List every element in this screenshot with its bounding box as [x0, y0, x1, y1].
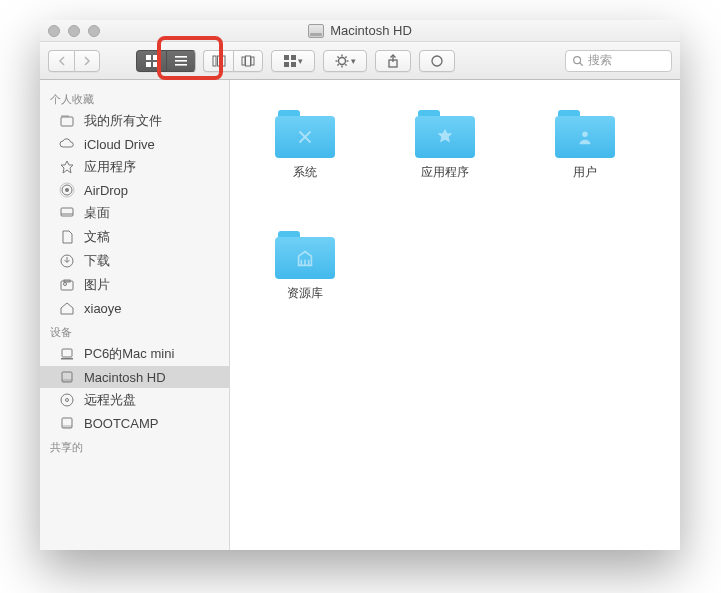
edit-tags-button[interactable]: [419, 50, 455, 72]
close-window-button[interactable]: [48, 25, 60, 37]
svg-point-29: [573, 56, 580, 63]
minimize-window-button[interactable]: [68, 25, 80, 37]
icloud-icon: [58, 136, 76, 152]
toolbar: ▾ ▾ 搜索: [40, 42, 680, 80]
svg-rect-7: [213, 56, 216, 66]
icon-view-button[interactable]: [136, 50, 166, 72]
zoom-window-button[interactable]: [88, 25, 100, 37]
sidebar-item-remote-disc[interactable]: 远程光盘: [40, 388, 229, 412]
sidebar-item-label: AirDrop: [84, 183, 128, 198]
svg-point-33: [65, 188, 69, 192]
svg-line-25: [345, 56, 346, 57]
sidebar-item-icloud[interactable]: iCloud Drive: [40, 133, 229, 155]
folder-icon: [275, 110, 335, 158]
folder-label: 系统: [293, 164, 317, 181]
view-mode-segment-active: [136, 50, 196, 72]
view-mode-segment-rest: [203, 50, 263, 72]
sidebar-item-label: 应用程序: [84, 158, 136, 176]
list-view-button[interactable]: [166, 50, 196, 72]
svg-point-50: [582, 132, 588, 138]
folder-applications[interactable]: 应用程序: [410, 110, 480, 181]
sidebar-item-label: BOOTCAMP: [84, 416, 158, 431]
svg-rect-1: [153, 55, 158, 60]
svg-rect-13: [284, 55, 289, 60]
sidebar-item-downloads[interactable]: 下载: [40, 249, 229, 273]
sidebar-item-pictures[interactable]: 图片: [40, 273, 229, 297]
search-field[interactable]: 搜索: [565, 50, 673, 72]
sidebar-item-label: 文稿: [84, 228, 110, 246]
sidebar-item-home[interactable]: xiaoye: [40, 297, 229, 319]
svg-rect-49: [62, 425, 72, 428]
sidebar-item-label: 桌面: [84, 204, 110, 222]
folder-users[interactable]: 用户: [550, 110, 620, 181]
home-icon: [58, 300, 76, 316]
svg-rect-31: [61, 117, 73, 126]
search-placeholder: 搜索: [588, 52, 612, 69]
coverflow-view-button[interactable]: [233, 50, 263, 72]
folder-label: 应用程序: [421, 164, 469, 181]
sidebar-section-shared: 共享的: [40, 434, 229, 457]
svg-point-47: [66, 399, 69, 402]
svg-rect-36: [61, 208, 73, 216]
svg-rect-16: [291, 62, 296, 67]
svg-rect-6: [175, 64, 187, 66]
desktop-icon: [58, 205, 76, 221]
svg-rect-14: [291, 55, 296, 60]
folder-icon: [275, 231, 335, 279]
sidebar-item-label: xiaoye: [84, 301, 122, 316]
sidebar-item-airdrop[interactable]: AirDrop: [40, 179, 229, 201]
sidebar-item-applications[interactable]: 应用程序: [40, 155, 229, 179]
sidebar-item-bootcamp[interactable]: BOOTCAMP: [40, 412, 229, 434]
finder-window: Macintosh HD: [40, 20, 680, 550]
disc-icon: [58, 392, 76, 408]
svg-rect-12: [251, 57, 254, 65]
folder-icon: [415, 110, 475, 158]
column-view-button[interactable]: [203, 50, 233, 72]
folder-library[interactable]: 资源库: [270, 231, 340, 302]
svg-rect-45: [62, 379, 72, 382]
folder-label: 用户: [573, 164, 597, 181]
titlebar[interactable]: Macintosh HD: [40, 20, 680, 42]
forward-button[interactable]: [74, 50, 100, 72]
volume-icon: [308, 24, 324, 38]
sidebar-item-label: iCloud Drive: [84, 137, 155, 152]
applications-icon: [58, 159, 76, 175]
content-area[interactable]: 系统 应用程序 用户: [230, 80, 680, 550]
back-button[interactable]: [48, 50, 74, 72]
folder-system[interactable]: 系统: [270, 110, 340, 181]
svg-rect-4: [175, 56, 187, 58]
svg-rect-0: [146, 55, 151, 60]
sidebar-item-desktop[interactable]: 桌面: [40, 201, 229, 225]
svg-rect-32: [61, 115, 69, 117]
share-button[interactable]: [375, 50, 411, 72]
folder-icon: [555, 110, 615, 158]
documents-icon: [58, 229, 76, 245]
arrange-button[interactable]: ▾: [271, 50, 315, 72]
svg-rect-43: [61, 358, 73, 360]
sidebar-item-documents[interactable]: 文稿: [40, 225, 229, 249]
sidebar-item-label: PC6的Mac mini: [84, 345, 174, 363]
sidebar: 个人收藏 我的所有文件 iCloud Drive 应用程序 AirDrop 桌面: [40, 80, 230, 550]
folder-label: 资源库: [287, 285, 323, 302]
svg-point-28: [432, 56, 442, 66]
svg-rect-42: [62, 349, 72, 357]
sidebar-item-label: 远程光盘: [84, 391, 136, 409]
sidebar-item-macintosh-hd[interactable]: Macintosh HD: [40, 366, 229, 388]
computer-icon: [58, 346, 76, 362]
sidebar-item-all-files[interactable]: 我的所有文件: [40, 109, 229, 133]
sidebar-section-favorites: 个人收藏: [40, 86, 229, 109]
airdrop-icon: [58, 182, 76, 198]
sidebar-section-devices: 设备: [40, 319, 229, 342]
svg-line-23: [345, 64, 346, 65]
pictures-icon: [58, 277, 76, 293]
sidebar-item-label: 图片: [84, 276, 110, 294]
downloads-icon: [58, 253, 76, 269]
svg-rect-3: [153, 62, 158, 67]
sidebar-item-computer[interactable]: PC6的Mac mini: [40, 342, 229, 366]
svg-rect-9: [222, 56, 225, 66]
action-button[interactable]: ▾: [323, 50, 367, 72]
svg-line-24: [337, 64, 338, 65]
sidebar-item-label: 我的所有文件: [84, 112, 162, 130]
all-files-icon: [58, 113, 76, 129]
svg-point-17: [338, 57, 345, 64]
